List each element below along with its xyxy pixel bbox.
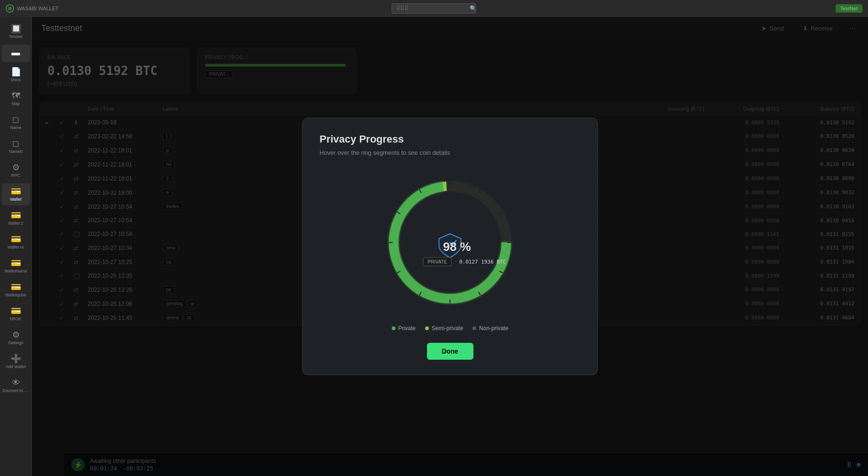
search-input[interactable] [392, 3, 476, 14]
sidebar-label-add-wallet: Add Wallet [6, 364, 26, 369]
sidebar-label-settings: Settings [8, 340, 23, 345]
map-icon: 🗺 [12, 91, 20, 100]
legend-dot-semi-private [425, 326, 429, 330]
sidebar-item-walletqube[interactable]: 💳 Walletqube [2, 279, 30, 301]
sidebar-label-wallet2: Wallet 2 [8, 221, 23, 226]
sidebar-item-wallet-tab[interactable]: ▬ [2, 45, 30, 62]
sidebar-label-brok: bROK [10, 317, 22, 321]
svg-point-1 [8, 7, 12, 10]
legend-dot-private [392, 326, 396, 330]
docs-icon: 📄 [11, 68, 21, 76]
app-title: WASABI WALLET [17, 6, 59, 11]
privacy-progress-modal: Privacy Progress Hover over the ring seg… [302, 118, 598, 375]
settings-icon: ⚙ [12, 331, 20, 339]
sidebar-item-discreet[interactable]: 👁 Discreet Mode [2, 375, 30, 397]
privacy-ring-chart: 98 % PRIVATE 0.0127 1936 BTC [375, 167, 525, 317]
search-icon: 🔍 [470, 5, 477, 12]
sidebar-label-wallet-re: Wallet re [8, 245, 24, 249]
walletqube-icon: 💳 [11, 283, 21, 291]
discreet-icon: 👁 [12, 378, 20, 387]
svg-text:PRIVATE: PRIVATE [427, 259, 447, 264]
wasabi-logo-icon [6, 4, 14, 13]
top-bar: WASABI WALLET 🔍 TestNet [0, 0, 868, 17]
sidebar-item-name0[interactable]: ◻ Name0 [2, 136, 30, 158]
sidebar-item-testnet[interactable]: 🔲 Testnet [2, 21, 30, 43]
sidebar-label-walletqube: Walletqube [5, 293, 26, 297]
chart-legend: Private Semi-private Non-private [392, 325, 509, 332]
svg-text:0.0127 1936 BTC: 0.0127 1936 BTC [459, 259, 506, 265]
add-wallet-icon: ➕ [11, 355, 21, 363]
name0-icon: ◻ [12, 139, 19, 148]
sidebar-label-wallet: Wallet [10, 197, 22, 202]
sidebar-item-map[interactable]: 🗺 Map [2, 88, 30, 110]
sidebar-item-walletname[interactable]: 💳 WalletName [2, 255, 30, 277]
name-icon: ◻ [12, 115, 19, 124]
legend-label-non-private: Non-private [479, 325, 508, 332]
sidebar-item-wallet2[interactable]: 💳 Wallet 2 [2, 207, 30, 229]
walletname-icon: 💳 [11, 259, 21, 267]
modal-subtitle: Hover over the ring segments to see coin… [320, 149, 580, 156]
sidebar-label-map: Map [12, 101, 20, 106]
sidebar-item-add-wallet[interactable]: ➕ Add Wallet [2, 351, 30, 373]
svg-text:98 %: 98 % [443, 240, 471, 254]
sidebar-item-wallet[interactable]: 💳 Wallet [2, 183, 30, 205]
sidebar-label-walletname: WalletName [4, 269, 27, 273]
sidebar-label-name0: Name0 [9, 149, 23, 154]
sidebar-label-docs: Docs [11, 77, 21, 82]
legend-non-private: Non-private [472, 325, 508, 332]
network-badge: TestNet [836, 4, 862, 13]
sidebar-label-name: Name [10, 125, 21, 130]
legend-label-semi-private: Semi-private [432, 325, 463, 332]
search-area: 🔍 [392, 3, 477, 14]
sidebar-item-brok[interactable]: 💳 bROK [2, 303, 30, 325]
legend-label-private: Private [398, 325, 416, 332]
testnet-icon: 🔲 [11, 24, 21, 33]
modal-overlay: Privacy Progress Hover over the ring seg… [32, 17, 868, 476]
sidebar-label-rpc: RPC [11, 173, 20, 178]
brok-icon: 💳 [11, 307, 21, 315]
sidebar-item-rpc[interactable]: ⚙ RPC [2, 159, 30, 181]
wallet2-icon: 💳 [11, 211, 21, 219]
modal-title: Privacy Progress [320, 133, 580, 145]
legend-semi-private: Semi-private [425, 325, 463, 332]
wallet-icon: 💳 [11, 187, 21, 196]
rpc-icon: ⚙ [12, 163, 20, 172]
sidebar-label-discreet: Discreet Mode [3, 388, 29, 393]
app-logo: WASABI WALLET [6, 4, 59, 13]
wallet-re-icon: 💳 [11, 235, 21, 243]
main-content: Testtestnet ➤ Send ⬇ Receive ··· BALANCE… [32, 17, 868, 476]
legend-private: Private [392, 325, 416, 332]
legend-dot-non-private [472, 326, 476, 330]
sidebar-item-settings[interactable]: ⚙ Settings [2, 327, 30, 349]
ring-container: 98 % PRIVATE 0.0127 1936 BTC Private [320, 167, 580, 332]
sidebar-item-docs[interactable]: 📄 Docs [2, 64, 30, 86]
wallet-tab-icon: ▬ [12, 48, 20, 57]
sidebar-item-name[interactable]: ◻ Name [2, 112, 30, 134]
sidebar: 🔲 Testnet ▬ 📄 Docs 🗺 Map ◻ Name ◻ Name0 … [0, 17, 32, 476]
sidebar-label-testnet: Testnet [9, 34, 23, 39]
done-button[interactable]: Done [427, 343, 473, 360]
sidebar-item-wallet-re[interactable]: 💳 Wallet re [2, 231, 30, 253]
